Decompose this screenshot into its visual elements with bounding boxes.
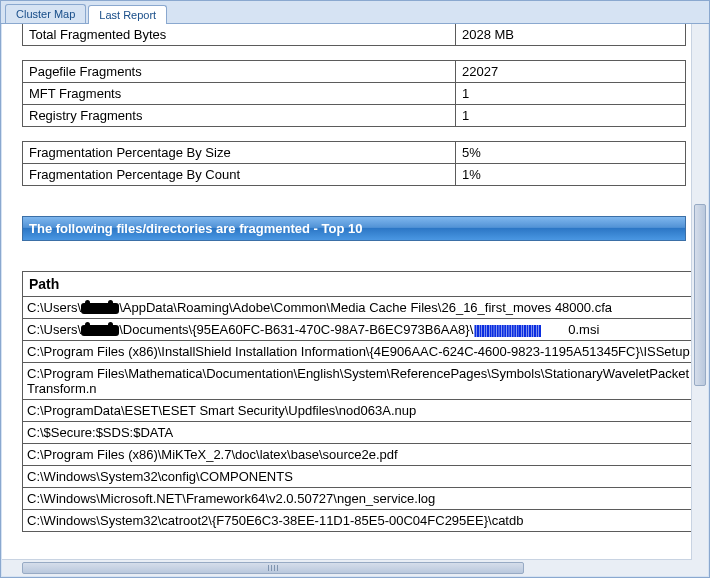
label-registry-fragments: Registry Fragments xyxy=(23,105,456,127)
path-row: C:\Windows\System32\config\COMPONENTS xyxy=(23,466,693,488)
path-text: C:\Program Files (x86)\InstallShield Ins… xyxy=(23,341,693,363)
value-frag-by-count: 1% xyxy=(456,164,686,186)
stats-table-1: Total Fragmented Bytes 2028 MB xyxy=(22,24,686,46)
path-row: C:\Program Files\Mathematica\Documentati… xyxy=(23,363,693,400)
path-row: C:\Users\\AppData\Roaming\Adobe\Common\M… xyxy=(23,297,693,319)
report-window: Cluster Map Last Report Total Fragmented… xyxy=(0,0,710,578)
content-area: Total Fragmented Bytes 2028 MB Pagefile … xyxy=(2,24,708,576)
redacted-username-icon xyxy=(81,303,119,314)
path-row: C:\Users\\Documents\{95EA60FC-B631-470C-… xyxy=(23,319,693,341)
row-frag-by-count: Fragmentation Percentage By Count 1% xyxy=(23,164,686,186)
path-column-header: Path xyxy=(23,272,693,297)
label-pagefile-fragments: Pagefile Fragments xyxy=(23,61,456,83)
path-text: 0.msi xyxy=(568,322,599,337)
value-total-fragmented-bytes: 2028 MB xyxy=(456,24,686,46)
scroll-grip-icon xyxy=(268,565,278,571)
stats-table-2: Pagefile Fragments 22027 MFT Fragments 1… xyxy=(22,60,686,127)
value-pagefile-fragments: 22027 xyxy=(456,61,686,83)
path-row: C:\$Secure:$SDS:$DATA xyxy=(23,422,693,444)
row-registry-fragments: Registry Fragments 1 xyxy=(23,105,686,127)
fragmented-paths-table: Path C:\Users\\AppData\Roaming\Adobe\Com… xyxy=(22,271,692,532)
path-row: C:\ProgramData\ESET\ESET Smart Security\… xyxy=(23,400,693,422)
value-registry-fragments: 1 xyxy=(456,105,686,127)
path-text: C:\Program Files (x86)\MiKTeX_2.7\doc\la… xyxy=(23,444,693,466)
section-header-top10: The following files/directories are frag… xyxy=(22,216,686,241)
path-text: C:\Windows\System32\catroot2\{F750E6C3-3… xyxy=(23,510,693,532)
path-text: C:\Users\ xyxy=(27,300,81,315)
path-row: C:\Program Files (x86)\InstallShield Ins… xyxy=(23,341,693,363)
stats-table-3: Fragmentation Percentage By Size 5% Frag… xyxy=(22,141,686,186)
path-text: C:\Windows\System32\config\COMPONENTS xyxy=(23,466,693,488)
label-frag-by-size: Fragmentation Percentage By Size xyxy=(23,142,456,164)
label-mft-fragments: MFT Fragments xyxy=(23,83,456,105)
value-frag-by-size: 5% xyxy=(456,142,686,164)
label-frag-by-count: Fragmentation Percentage By Count xyxy=(23,164,456,186)
row-pagefile-fragments: Pagefile Fragments 22027 xyxy=(23,61,686,83)
value-mft-fragments: 1 xyxy=(456,83,686,105)
redacted-blue-icon xyxy=(473,325,568,337)
path-text: C:\Windows\Microsoft.NET\Framework64\v2.… xyxy=(23,488,693,510)
tab-last-report[interactable]: Last Report xyxy=(88,5,167,24)
report-viewport: Total Fragmented Bytes 2028 MB Pagefile … xyxy=(2,24,692,560)
horizontal-scrollbar[interactable] xyxy=(2,559,692,576)
row-frag-by-size: Fragmentation Percentage By Size 5% xyxy=(23,142,686,164)
path-text: C:\Users\ xyxy=(27,322,81,337)
tab-cluster-map[interactable]: Cluster Map xyxy=(5,4,86,23)
tab-bar: Cluster Map Last Report xyxy=(1,1,709,24)
vertical-scroll-thumb[interactable] xyxy=(694,204,706,386)
path-row: C:\Windows\System32\catroot2\{F750E6C3-3… xyxy=(23,510,693,532)
path-row: C:\Windows\Microsoft.NET\Framework64\v2.… xyxy=(23,488,693,510)
path-text: C:\Program Files\Mathematica\Documentati… xyxy=(23,363,693,400)
scroll-corner xyxy=(692,560,708,576)
path-text: \Documents\{95EA60FC-B631-470C-98A7-B6EC… xyxy=(119,322,473,337)
vertical-scrollbar[interactable] xyxy=(691,24,708,560)
redacted-username-icon xyxy=(81,325,119,336)
horizontal-scroll-thumb[interactable] xyxy=(22,562,524,574)
row-total-fragmented-bytes: Total Fragmented Bytes 2028 MB xyxy=(23,24,686,46)
path-text: C:\ProgramData\ESET\ESET Smart Security\… xyxy=(23,400,693,422)
path-row: C:\Program Files (x86)\MiKTeX_2.7\doc\la… xyxy=(23,444,693,466)
path-text: \AppData\Roaming\Adobe\Common\Media Cach… xyxy=(119,300,612,315)
label-total-fragmented-bytes: Total Fragmented Bytes xyxy=(23,24,456,46)
row-mft-fragments: MFT Fragments 1 xyxy=(23,83,686,105)
path-text: C:\$Secure:$SDS:$DATA xyxy=(23,422,693,444)
